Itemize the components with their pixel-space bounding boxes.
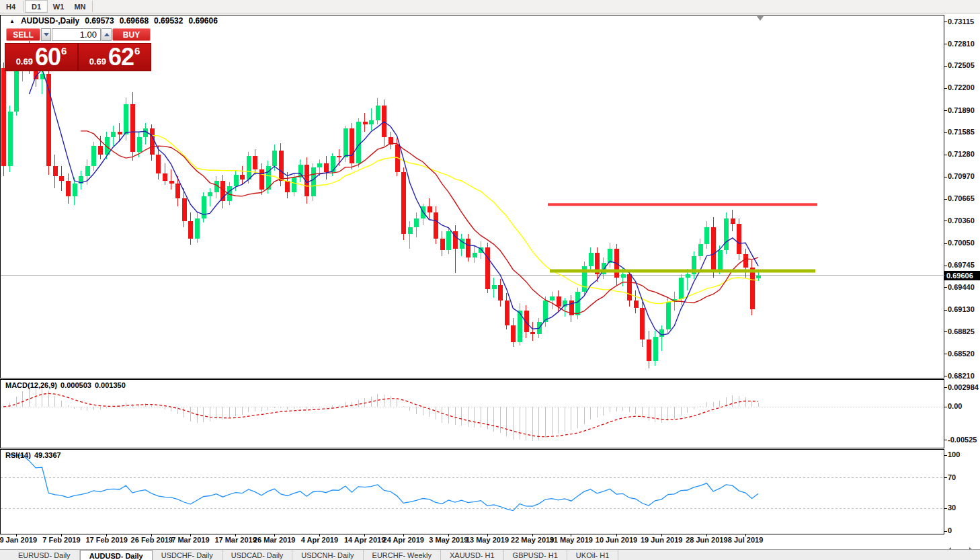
tab-audusd-daily[interactable]: AUDUSD- Daily: [80, 550, 153, 560]
macd-tick-label: -0.00525: [948, 436, 977, 444]
tab-gbpusd-h1[interactable]: GBPUSD- H1: [504, 550, 567, 560]
date-tick-label: 17 Mar 2019: [214, 536, 256, 544]
date-tick-label: 29 Jan 2019: [0, 536, 37, 544]
chart-tab-bar: EURUSD- DailyAUDUSD- DailyUSDCHF- DailyU…: [0, 549, 980, 560]
macd-name: MACD(12,26,9): [5, 381, 57, 389]
date-tick-label: 17 Feb 2019: [85, 536, 127, 544]
candle-body: [653, 337, 658, 362]
volume-input[interactable]: [52, 28, 101, 41]
price-tick-label: 0.70970: [948, 172, 975, 180]
current-price-badge: 0.69606: [944, 271, 980, 280]
price-tick-label: 0.72810: [948, 40, 975, 48]
buy-price-pip: 6: [134, 45, 140, 56]
price-tick-label: 0.72200: [948, 83, 975, 91]
chart-shift-marker-icon[interactable]: [757, 16, 764, 21]
candle-body: [169, 181, 174, 184]
candle-body: [343, 128, 348, 157]
candle-body: [337, 156, 341, 157]
rsi-line: [10, 455, 759, 511]
symbol-period-label: AUDUSD-,Daily: [21, 16, 79, 26]
tab-ukoil-h1[interactable]: UKOil- H1: [567, 550, 619, 560]
candle-body: [408, 227, 413, 235]
candle-body: [279, 151, 284, 181]
candle-body: [202, 196, 206, 218]
date-tick-label: 28 Jun 2019: [686, 536, 727, 544]
candle-body: [59, 176, 64, 180]
date-tick-label: 7 Mar 2019: [171, 536, 209, 544]
date-tick-label: 14 Apr 2019: [344, 536, 385, 544]
candle-body: [350, 128, 354, 163]
candle-body: [292, 177, 296, 192]
price-tick-label: 0.69440: [948, 283, 975, 291]
chart-canvas[interactable]: [0, 0, 980, 560]
tab-eurusd-daily[interactable]: EURUSD- Daily: [9, 550, 80, 560]
macd-signal-value: 0.001350: [95, 381, 126, 389]
tab-eurchf-weekly[interactable]: EURCHF- Weekly: [364, 550, 441, 560]
date-tick-label: 8 Jul 2019: [728, 536, 764, 544]
sell-price-prefix: 0.69: [16, 56, 33, 67]
mt4-terminal-window: H4D1W1MN ▲ AUDUSD-,Daily 0.69573 0.69668…: [0, 0, 980, 560]
candle-body: [130, 104, 135, 152]
candle-body: [208, 192, 212, 196]
buy-quote-box[interactable]: 0.69 62 6: [78, 43, 151, 71]
candle-body: [73, 184, 77, 196]
candle-body: [363, 122, 368, 124]
price-tick-label: 0.73115: [948, 17, 974, 26]
tab-xauusd-h1[interactable]: XAUUSD- H1: [441, 550, 504, 560]
candle-body: [66, 181, 71, 197]
date-tick-label: 22 May 2019: [511, 536, 554, 544]
ohlc-open: 0.69573: [85, 16, 114, 26]
candle-body: [704, 227, 709, 245]
candle-body: [317, 163, 322, 167]
rsi-tick-label: 0: [948, 526, 952, 534]
tab-usdchf-daily[interactable]: USDCHF- Daily: [153, 550, 222, 560]
candle-body: [331, 156, 335, 172]
tab-usdcnh-daily[interactable]: USDCNH- Daily: [292, 550, 363, 560]
candle-body: [473, 253, 477, 257]
rsi-indicator-label: RSI(14)49.3367: [5, 451, 65, 459]
candle-body: [118, 132, 122, 134]
candle-body: [414, 218, 419, 227]
price-tick-label: 0.71280: [948, 150, 975, 158]
price-tick-label: 0.70050: [948, 239, 975, 247]
candle-body: [434, 212, 438, 239]
candles-layer: [1, 34, 761, 369]
candle-body: [1, 68, 6, 166]
candle-body: [557, 296, 561, 307]
date-tick-label: 24 Apr 2019: [383, 536, 424, 544]
rsi-tick-label: 70: [948, 473, 956, 481]
candle-body: [427, 206, 432, 212]
date-tick-label: 3 May 2019: [429, 536, 468, 544]
sell-price-pip: 6: [61, 45, 67, 56]
candle-body: [53, 166, 58, 176]
price-tick-label: 0.68210: [948, 372, 975, 380]
candle-body: [85, 166, 90, 176]
rsi-name: RSI(14): [5, 451, 31, 459]
ohlc-low: 0.69532: [154, 16, 183, 26]
triangle-down-icon: [44, 33, 49, 36]
price-tick-label: 0.69745: [948, 261, 975, 269]
sell-quote-box[interactable]: 0.69 60 6: [5, 43, 78, 71]
tab-usdcad-daily[interactable]: USDCAD- Daily: [222, 550, 293, 560]
sell-button[interactable]: SELL: [6, 28, 40, 41]
ohlc-high: 0.69668: [120, 16, 149, 26]
price-tick-label: 0.71890: [948, 106, 975, 114]
date-tick-label: 31 May 2019: [550, 536, 593, 544]
price-tick-label: 0.71585: [948, 128, 975, 136]
price-tick-label: 0.68825: [948, 327, 975, 335]
macd-signal-line: [3, 393, 758, 436]
candle-body: [105, 137, 110, 155]
buy-price-prefix: 0.69: [89, 56, 106, 67]
candle-body: [498, 285, 503, 301]
volume-increase-button[interactable]: [101, 28, 112, 41]
candle-body: [124, 104, 128, 134]
candle-body: [188, 221, 193, 239]
candle-body: [401, 172, 406, 234]
macd-tick-label: 0.00: [948, 402, 962, 410]
volume-decrease-button[interactable]: [41, 28, 51, 41]
collapse-triangle-icon[interactable]: ▲: [9, 18, 15, 24]
rsi-value: 49.3367: [34, 451, 61, 459]
candle-body: [163, 173, 167, 181]
candle-body: [156, 155, 161, 173]
buy-button[interactable]: BUY: [112, 28, 151, 41]
